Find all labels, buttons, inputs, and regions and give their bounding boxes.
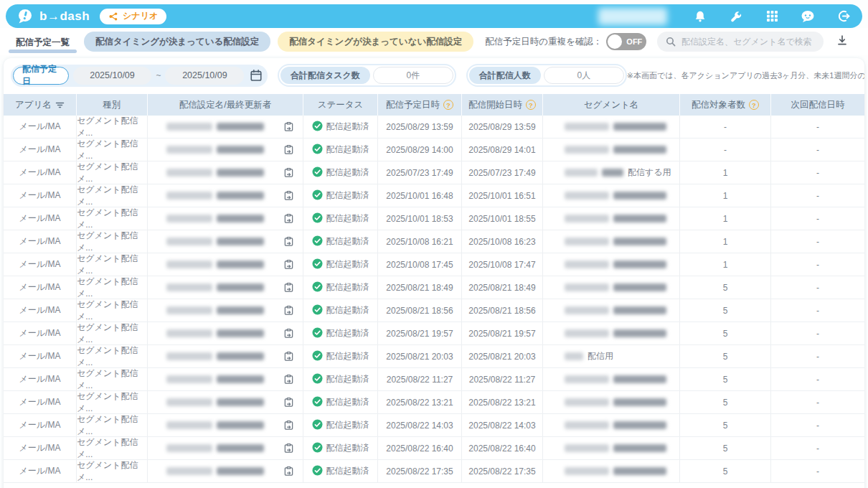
table-row[interactable]: メール/MAセグメント配信メ...配信起動済2025/08/29 13:5920… [4,116,864,139]
cell-target-count: 5 [680,345,771,367]
cell-scheduled-datetime: 2025/08/22 16:40 [378,437,462,459]
redacted-text [217,146,264,154]
date-to-input[interactable]: 2025/10/09 [165,67,244,85]
table-row[interactable]: メール/MAセグメント配信メ...配信起動済2025/10/08 16:2120… [4,230,864,253]
cell-status: 配信起動済 [303,230,378,253]
bdash-logo[interactable]: b→dash [17,9,90,24]
tab-delivery-schedule-list[interactable]: 配信予定一覧 [13,32,72,52]
copy-config-icon[interactable] [283,213,294,225]
status-badge: 配信起動済 [312,465,369,478]
copy-config-icon[interactable] [283,443,294,454]
copy-config-icon[interactable] [283,328,294,339]
table-row[interactable]: メール/MAセグメント配信メ...配信起動済2025/08/21 18:4920… [4,276,864,299]
cell-next-delivery: - [771,299,864,322]
copy-config-icon[interactable] [283,305,294,316]
copy-config-icon[interactable] [283,397,294,408]
date-range-tilde: ~ [156,70,161,80]
table-row[interactable]: メール/MAセグメント配信メ...配信起動済2025/08/22 13:2120… [4,391,864,414]
table-row[interactable]: メール/MAセグメント配信メ...配信起動済2025/08/21 20:0320… [4,345,864,368]
cell-target-count: 5 [680,368,771,390]
cell-type: セグメント配信メ... [77,276,148,299]
status-badge: 配信起動済 [312,281,369,294]
copy-config-icon[interactable] [283,374,294,385]
copy-config-icon[interactable] [283,236,294,248]
scenario-app-badge[interactable]: シナリオ [100,9,166,24]
config-name-redacted [166,146,264,154]
cell-status: 配信起動済 [303,345,378,367]
redacted-text [565,215,609,222]
cell-status: 配信起動済 [303,116,378,138]
status-check-icon [312,212,323,225]
header-label: セグメント名 [584,99,638,111]
cell-scheduled-datetime: 2025/10/08 17:45 [378,253,462,276]
config-name-redacted [166,352,264,360]
date-from-input[interactable]: 2025/10/09 [73,67,152,85]
status-check-icon [312,121,323,133]
table-row[interactable]: メール/MAセグメント配信メ...配信起動済2025/08/22 17:3520… [4,460,864,483]
cell-scheduled-datetime: 2025/08/21 18:49 [378,276,462,299]
status-check-icon [312,373,323,386]
copy-config-icon[interactable] [283,351,294,362]
copy-config-icon[interactable] [283,282,294,294]
status-label: 配信起動済 [326,144,369,156]
cell-next-delivery: - [771,391,864,413]
table-row[interactable]: メール/MAセグメント配信メ...配信起動済2025/08/29 14:0020… [4,139,864,161]
config-name-redacted [166,192,264,200]
table-row[interactable]: メール/MAセグメント配信メ...配信起動済2025/08/21 18:5620… [4,299,864,322]
total-tasks-stat: 合計配信タスク数 0件 [278,64,456,87]
calendar-icon[interactable] [248,67,263,84]
redacted-text [217,306,264,314]
cell-segment-name: 配信する用 [543,161,680,184]
cell-start-datetime: 2025/08/21 20:03 [462,345,543,367]
duplicate-check-label: 配信予定日時の重複を確認： [485,36,602,48]
table-row[interactable]: メール/MAセグメント配信メ...配信起動済2025/07/23 17:4920… [4,161,864,184]
copy-config-icon[interactable] [283,466,294,477]
column-filter-icon[interactable] [55,101,65,109]
settings-wrench-icon[interactable] [729,9,743,24]
table-row[interactable]: メール/MAセグメント配信メ...配信起動済2025/10/08 17:4520… [4,253,864,276]
filter-row: 配信予定日 2025/10/09 ~ 2025/10/09 合計配信タスク数 0… [4,58,864,94]
search-box[interactable] [657,32,824,52]
table-row[interactable]: メール/MAセグメント配信メ...配信起動済2025/08/22 11:2720… [4,368,864,391]
copy-config-icon[interactable] [283,259,294,271]
notifications-bell-icon[interactable] [693,9,707,24]
apps-grid-icon[interactable] [765,9,779,24]
redacted-text [217,398,264,406]
copy-config-icon[interactable] [283,420,294,431]
search-input[interactable] [681,37,815,47]
logout-icon[interactable] [836,9,851,24]
cell-scheduled-datetime: 2025/10/01 18:53 [378,207,462,230]
status-badge: 配信起動済 [312,144,369,156]
support-chat-icon[interactable] [801,9,815,24]
copy-config-icon[interactable] [283,190,294,202]
tab-scheduled-delivery-settings[interactable]: 配信タイミングが決まっている配信設定 [84,32,270,52]
status-badge: 配信起動済 [312,419,369,432]
cell-target-count: - [680,116,771,138]
help-icon[interactable]: ? [526,100,536,110]
cell-status: 配信起動済 [303,276,378,299]
copy-config-icon[interactable] [283,167,294,179]
header-label: 配信対象者数 [692,99,745,111]
segment-name-visible-text: 配信用 [588,350,613,362]
cell-status: 配信起動済 [303,368,378,390]
table-row[interactable]: メール/MAセグメント配信メ...配信起動済2025/10/01 16:4820… [4,184,864,207]
duplicate-check-toggle[interactable]: OFF [606,33,646,50]
copy-config-icon[interactable] [283,144,294,156]
redacted-text [166,261,212,268]
help-icon[interactable]: ? [749,100,759,110]
table-row[interactable]: メール/MAセグメント配信メ...配信起動済2025/08/22 14:0320… [4,414,864,437]
help-icon[interactable]: ? [443,100,453,110]
cell-scheduled-datetime: 2025/08/22 14:03 [378,414,462,436]
redacted-text [166,444,212,452]
table-row[interactable]: メール/MAセグメント配信メ...配信起動済2025/08/22 16:4020… [4,437,864,460]
cell-config-name [148,276,303,299]
cell-app-name: メール/MA [4,230,77,253]
download-icon[interactable] [836,34,848,49]
copy-config-icon[interactable] [283,121,294,133]
bdash-logo-icon [17,9,34,24]
status-badge: 配信起動済 [312,166,369,179]
cell-next-delivery: - [771,345,864,367]
table-row[interactable]: メール/MAセグメント配信メ...配信起動済2025/08/21 19:5720… [4,322,864,345]
tab-unscheduled-delivery-settings[interactable]: 配信タイミングが決まっていない配信設定 [278,32,473,52]
table-row[interactable]: メール/MAセグメント配信メ...配信起動済2025/10/01 18:5320… [4,207,864,230]
